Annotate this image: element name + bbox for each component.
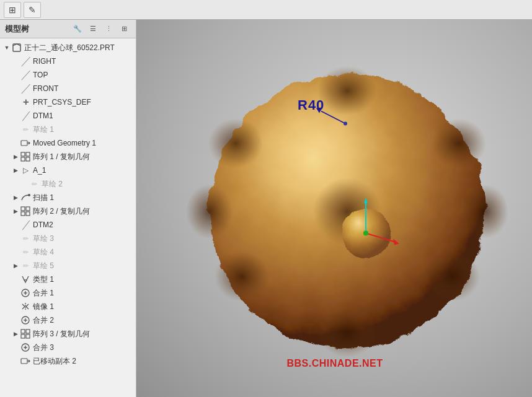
tree-item-merge2[interactable]: 合并 2 xyxy=(0,313,136,327)
main-layout: 模型树 🔧 ☰ ⋮ ⊞ ▼ 正十二_通心球_60522.PRT xyxy=(0,20,532,397)
mirror1-label: 镜像 1 xyxy=(33,302,54,312)
moved-copy-icon xyxy=(20,356,31,367)
tree-item-sketch4[interactable]: ✏ 草绘 4 xyxy=(0,245,136,259)
tree-item-scan1[interactable]: ▶ 扫描 1 xyxy=(0,191,136,204)
tree-item-sketch2[interactable]: ✏ 草绘 2 xyxy=(0,177,136,191)
mirror-icon xyxy=(20,301,31,312)
dent-side-right xyxy=(461,185,508,239)
svg-rect-2 xyxy=(21,152,25,156)
panel-menu-icon[interactable]: ☰ xyxy=(86,22,100,36)
datum-icon: ╱ xyxy=(20,219,31,230)
scan1-label: 扫描 1 xyxy=(33,193,54,203)
tree-content[interactable]: ▼ 正十二_通心球_60522.PRT ╱ RIGHT ╱ TO xyxy=(0,38,136,397)
tree-item-front[interactable]: ╱ FRONT xyxy=(0,82,136,95)
array-icon xyxy=(20,328,31,339)
merge-icon xyxy=(20,287,31,299)
move-icon xyxy=(20,137,31,149)
expand-sketch5[interactable]: ▶ xyxy=(11,261,20,270)
expand-array3[interactable]: ▶ xyxy=(11,329,20,338)
top-label: TOP xyxy=(33,71,48,79)
top-toolbar: ⊞ ✎ xyxy=(0,0,532,20)
tree-item-array2[interactable]: ▶ 阵列 2 / 复制几何 xyxy=(0,204,136,218)
svg-rect-3 xyxy=(26,152,30,156)
expand-a1[interactable]: ▶ xyxy=(11,166,20,175)
tree-item-array3[interactable]: ▶ 阵列 3 / 复制几何 xyxy=(0,327,136,341)
tree-item-moved2[interactable]: 已移动副本 2 xyxy=(0,354,136,368)
svg-rect-20 xyxy=(26,329,30,333)
tree-item-merge1[interactable]: 合并 1 xyxy=(0,286,136,300)
tree-item-dtm1[interactable]: ╱ DTM1 xyxy=(0,109,136,123)
no-expand xyxy=(11,248,20,256)
feature-icon: ▷ xyxy=(20,165,31,176)
array1-label: 阵列 1 / 复制几何 xyxy=(33,152,90,162)
type1-label: 类型 1 xyxy=(33,274,54,285)
no-expand xyxy=(11,289,20,297)
no-expand xyxy=(11,98,20,107)
front-label: FRONT xyxy=(33,84,58,93)
sketch-icon: ✏ xyxy=(20,246,31,258)
no-expand xyxy=(11,234,20,243)
plane-icon: ╱ xyxy=(19,56,32,67)
sketch2-label: 草绘 2 xyxy=(42,179,63,190)
sketch3-label: 草绘 3 xyxy=(33,233,54,244)
sketch-icon: ✏ xyxy=(20,233,31,244)
tree-item-array1[interactable]: ▶ 阵列 1 / 复制几何 xyxy=(0,150,136,164)
svg-rect-21 xyxy=(21,334,25,338)
merge2-label: 合并 2 xyxy=(33,315,54,326)
viewport[interactable]: R40 BBS.CHINADE.NET xyxy=(136,20,532,397)
moved2-label: 已移动副本 2 xyxy=(33,356,76,367)
toolbar-btn-grid[interactable]: ⊞ xyxy=(4,2,21,18)
dent-lower-right xyxy=(425,252,480,302)
dent-upper-right xyxy=(432,119,486,168)
dtm2-label: DTM2 xyxy=(33,220,53,229)
expand-array1[interactable]: ▶ xyxy=(11,152,20,161)
tree-item-a1[interactable]: ▶ ▷ A_1 xyxy=(0,164,136,177)
panel-settings-icon[interactable]: 🔧 xyxy=(71,22,84,36)
left-panel: 模型树 🔧 ☰ ⋮ ⊞ ▼ 正十二_通心球_60522.PRT xyxy=(0,20,136,397)
tree-item-type1[interactable]: 类型 1 xyxy=(0,273,136,286)
array-icon xyxy=(20,151,31,162)
no-expand xyxy=(11,302,20,311)
array-icon xyxy=(20,206,31,217)
plane-icon: ╱ xyxy=(19,83,32,94)
watermark-text: BBS.CHINADE.NET xyxy=(286,358,383,369)
expand-icon[interactable]: ▼ xyxy=(2,43,11,52)
dent-lower-left xyxy=(215,252,269,302)
tree-item-sketch3[interactable]: ✏ 草绘 3 xyxy=(0,232,136,245)
svg-rect-4 xyxy=(21,157,25,161)
tree-item-top[interactable]: ╱ TOP xyxy=(0,68,136,82)
tree-item-dtm2[interactable]: ╱ DTM2 xyxy=(0,218,136,232)
no-expand xyxy=(20,180,29,188)
svg-rect-26 xyxy=(21,359,27,364)
panel-title: 模型树 xyxy=(5,24,29,35)
tree-item-sketch1[interactable]: ✏ 草绘 1 xyxy=(0,123,136,136)
type-icon xyxy=(20,274,31,285)
no-expand xyxy=(11,357,20,365)
toolbar-btn-edit[interactable]: ✎ xyxy=(24,2,41,18)
svg-rect-7 xyxy=(21,207,25,211)
tree-item-mirror1[interactable]: 镜像 1 xyxy=(0,300,136,313)
merge-icon xyxy=(20,315,31,326)
tree-item-merge3[interactable]: 合并 3 xyxy=(0,341,136,354)
panel-expand-icon[interactable]: ⊞ xyxy=(117,22,131,36)
expand-scan1[interactable]: ▶ xyxy=(11,193,20,202)
sweep-icon xyxy=(20,192,31,203)
merge-icon xyxy=(20,342,31,353)
no-expand xyxy=(11,71,20,79)
no-expand xyxy=(11,125,20,134)
part-icon xyxy=(11,42,22,53)
tree-item-right[interactable]: ╱ RIGHT xyxy=(0,55,136,68)
sketch-icon: ✏ xyxy=(20,260,31,271)
panel-more-icon[interactable]: ⋮ xyxy=(102,22,115,36)
expand-array2[interactable]: ▶ xyxy=(11,207,20,216)
tree-root-item[interactable]: ▼ 正十二_通心球_60522.PRT xyxy=(0,41,136,55)
no-expand xyxy=(11,220,20,229)
tree-item-csys[interactable]: ✛ PRT_CSYS_DEF xyxy=(0,95,136,109)
sketch-icon: ✏ xyxy=(20,124,31,135)
datum-icon: ╱ xyxy=(20,110,31,121)
tree-item-moved1[interactable]: Moved Geometry 1 xyxy=(0,136,136,150)
panel-header-icons: 🔧 ☰ ⋮ ⊞ xyxy=(71,22,131,36)
svg-rect-19 xyxy=(21,329,25,333)
tree-item-sketch5[interactable]: ▶ ✏ 草绘 5 xyxy=(0,259,136,273)
svg-point-6 xyxy=(28,194,30,196)
